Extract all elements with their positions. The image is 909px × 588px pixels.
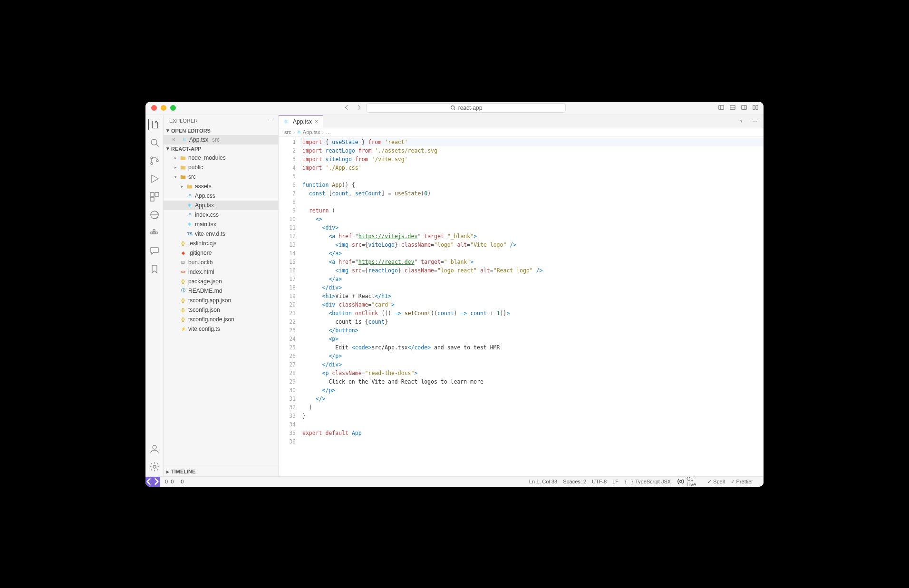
code-line[interactable]: <h1>Vite + React</h1> xyxy=(300,292,764,300)
status-encoding[interactable]: UTF-8 xyxy=(592,479,607,484)
code-line[interactable]: </a> xyxy=(300,275,764,283)
activity-run-debug-icon[interactable] xyxy=(149,173,160,184)
toggle-primary-sidebar-icon[interactable] xyxy=(718,104,725,112)
code-line[interactable]: const [count, setCount] = useState(0) xyxy=(300,189,764,198)
code-line[interactable]: <img src={viteLogo} className="logo" alt… xyxy=(300,241,764,249)
status-golive[interactable]: Go Live xyxy=(677,476,696,487)
open-editor-item[interactable]: × ⚛ App.tsx src xyxy=(164,135,278,145)
activity-accounts-icon[interactable] xyxy=(149,443,160,454)
code-line[interactable]: return ( xyxy=(300,206,764,215)
toggle-secondary-sidebar-icon[interactable] xyxy=(741,104,747,112)
activity-extensions-icon[interactable] xyxy=(149,191,160,202)
code-line[interactable]: import { useState } from 'react' xyxy=(300,138,764,146)
status-language[interactable]: { }TypeScript JSX xyxy=(624,479,671,485)
customize-layout-icon[interactable] xyxy=(752,104,759,112)
code-line[interactable]: </p> xyxy=(300,352,764,360)
run-dropdown-icon[interactable]: ▾ xyxy=(740,119,743,124)
editor-more-icon[interactable]: ⋯ xyxy=(752,118,758,125)
code-line[interactable]: export default App xyxy=(300,429,764,437)
file-item[interactable]: <>index.html xyxy=(164,267,278,277)
file-item[interactable]: ⚛main.tsx xyxy=(164,220,278,229)
folder-item[interactable]: ▸node_modules xyxy=(164,153,278,163)
timeline-section[interactable]: ▸ TIMELINE xyxy=(164,467,278,476)
status-prettier[interactable]: ✓Prettier xyxy=(731,479,753,485)
folder-item[interactable]: ▾src xyxy=(164,172,278,182)
code-line[interactable]: count is {count} xyxy=(300,318,764,326)
activity-search-icon[interactable] xyxy=(149,137,160,148)
file-item[interactable]: ⓘREADME.md xyxy=(164,286,278,296)
code-line[interactable]: import viteLogo from '/vite.svg' xyxy=(300,155,764,164)
remote-indicator[interactable] xyxy=(145,477,160,487)
file-item[interactable]: TSvite-env.d.ts xyxy=(164,229,278,239)
tab-app-tsx[interactable]: ⚛ App.tsx × xyxy=(279,115,323,128)
code-line[interactable]: <a href="https://react.dev" target="_bla… xyxy=(300,258,764,266)
code-line[interactable]: function App() { xyxy=(300,181,764,189)
file-item[interactable]: ⚡vite.config.ts xyxy=(164,324,278,334)
file-item[interactable]: {}tsconfig.app.json xyxy=(164,296,278,305)
code-line[interactable]: } xyxy=(300,412,764,420)
folder-item[interactable]: ▸assets xyxy=(164,182,278,191)
close-icon[interactable]: × xyxy=(172,136,179,143)
code-line[interactable] xyxy=(300,437,764,446)
status-ports[interactable]: 0 xyxy=(179,479,184,484)
code-line[interactable]: <> xyxy=(300,215,764,223)
code-line[interactable]: </div> xyxy=(300,283,764,292)
code-line[interactable]: import './App.css' xyxy=(300,164,764,172)
code-line[interactable] xyxy=(300,172,764,181)
code-line[interactable] xyxy=(300,420,764,429)
activity-chat-icon[interactable] xyxy=(149,245,160,257)
code-line[interactable]: import reactLogo from './assets/react.sv… xyxy=(300,146,764,155)
breadcrumb-segment[interactable]: … xyxy=(326,129,331,135)
code-line[interactable]: <a href="https://vitejs.dev" target="_bl… xyxy=(300,232,764,241)
file-item[interactable]: {}tsconfig.node.json xyxy=(164,315,278,324)
code-line[interactable]: ) xyxy=(300,403,764,412)
open-editors-section[interactable]: ▾ OPEN EDITORS xyxy=(164,126,278,135)
breadcrumbs[interactable]: src›⚛ App.tsx›… xyxy=(279,128,764,137)
code-line[interactable]: <p> xyxy=(300,335,764,343)
breadcrumb-segment[interactable]: src xyxy=(284,129,291,135)
toggle-panel-icon[interactable] xyxy=(729,104,736,112)
activity-settings-icon[interactable] xyxy=(149,461,160,472)
code-line[interactable] xyxy=(300,198,764,206)
file-item[interactable]: {}.eslintrc.cjs xyxy=(164,239,278,248)
code-editor[interactable]: 1234567891011121314151617181920212223242… xyxy=(279,137,764,476)
file-item[interactable]: #index.css xyxy=(164,210,278,220)
activity-docker-icon[interactable] xyxy=(149,227,160,239)
explorer-more-icon[interactable]: ⋯ xyxy=(267,117,272,124)
tab-close-icon[interactable]: × xyxy=(315,118,318,125)
file-item[interactable]: ⚛App.tsx xyxy=(164,201,278,210)
status-eol[interactable]: LF xyxy=(612,479,619,484)
file-item[interactable]: ⊡bun.lockb xyxy=(164,258,278,267)
folder-item[interactable]: ▸public xyxy=(164,163,278,172)
code-line[interactable]: <div> xyxy=(300,223,764,232)
minimize-window-button[interactable] xyxy=(161,105,166,111)
file-item[interactable]: {}tsconfig.json xyxy=(164,305,278,315)
file-item[interactable]: #App.css xyxy=(164,191,278,201)
code-line[interactable]: <div className="card"> xyxy=(300,300,764,309)
code-line[interactable]: </a> xyxy=(300,249,764,258)
code-content[interactable]: import { useState } from 'react'import r… xyxy=(300,137,764,476)
activity-explorer-icon[interactable] xyxy=(148,119,160,130)
status-spell[interactable]: ✓Spell xyxy=(707,479,725,485)
code-line[interactable]: Click on the Vite and React logos to lea… xyxy=(300,377,764,386)
nav-back-button[interactable] xyxy=(343,104,350,112)
activity-remote-icon[interactable] xyxy=(149,209,160,221)
code-line[interactable]: </p> xyxy=(300,386,764,395)
nav-forward-button[interactable] xyxy=(356,104,362,112)
code-line[interactable]: Edit <code>src/App.tsx</code> and save t… xyxy=(300,343,764,352)
code-line[interactable]: <p className="read-the-docs"> xyxy=(300,369,764,377)
file-item[interactable]: ◆.gitignore xyxy=(164,248,278,258)
code-line[interactable]: <button onClick={() => setCount((count) … xyxy=(300,309,764,318)
status-indentation[interactable]: Spaces: 2 xyxy=(563,479,586,484)
code-line[interactable]: </button> xyxy=(300,326,764,335)
file-item[interactable]: {}package.json xyxy=(164,277,278,286)
maximize-window-button[interactable] xyxy=(170,105,176,111)
status-problems[interactable]: 0 0 xyxy=(164,479,174,484)
code-line[interactable]: </> xyxy=(300,395,764,403)
breadcrumb-segment[interactable]: ⚛ App.tsx xyxy=(297,129,320,135)
status-cursor-position[interactable]: Ln 1, Col 33 xyxy=(529,479,557,484)
command-center-search[interactable]: react-app xyxy=(366,103,566,113)
project-section[interactable]: ▾ REACT-APP xyxy=(164,145,278,153)
activity-source-control-icon[interactable] xyxy=(149,155,160,166)
activity-bookmark-icon[interactable] xyxy=(149,263,160,275)
